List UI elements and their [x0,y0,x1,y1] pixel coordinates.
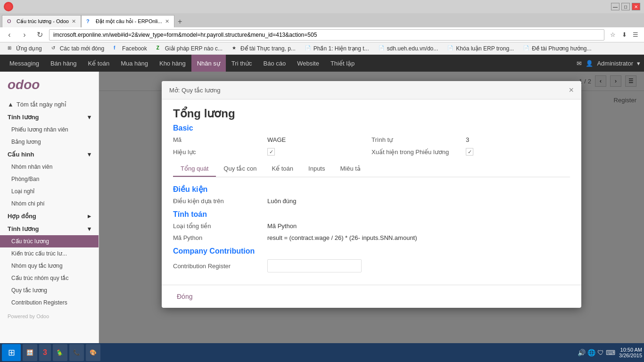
bookmark-tabs[interactable]: ↺ Các tab mới đóng [48,44,108,53]
close-button[interactable]: ✕ [632,3,640,10]
contribution-register-input[interactable] [267,259,362,272]
ma-python-value: result = (contract.wage / 26) * (26- inp… [267,234,417,241]
form-row-dieu-kien: Điều kiện dựa trên Luôn đúng [173,197,570,205]
modal-footer: Đóng [162,285,581,308]
taskbar-app-4[interactable]: 🎨 [86,344,100,361]
nav-website[interactable]: Website [291,55,325,72]
nav-messaging[interactable]: Messaging [4,55,45,72]
hieu-luc-label: Hiệu lực [173,148,267,156]
sidebar-item-loai-nghi[interactable]: Loại nghỉ [0,185,99,197]
nav-mua-hang[interactable]: Mua hàng [115,55,154,72]
taskbar-icon-4: 🎨 [90,349,97,356]
dk-dua-tren-label: Điều kiện dựa trên [173,197,267,205]
tab-tong-quat[interactable]: Tổng quát [173,161,216,177]
tab-close-2[interactable]: ✕ [165,18,169,25]
sidebar-item-phieu-luong[interactable]: Phiếu lương nhân viên [0,123,99,136]
clock-time: 10:50 AM [620,347,642,353]
browser-tab-2[interactable]: ? Đặt một câu hỏi - ERPOnli... ✕ [81,15,174,27]
sidebar-item-nhom-nv[interactable]: Nhóm nhân viên [0,161,99,173]
sidebar-item-nhom-chi-phi[interactable]: Nhóm chi phí [0,197,99,210]
khoaluan-favicon: 📄 [447,45,454,52]
tab-inputs[interactable]: Inputs [301,161,332,177]
sidebar-item-contribution-registers[interactable]: Contribution Registers [0,296,99,309]
forward-button[interactable]: › [19,29,30,41]
sidebar-section-tinh-luong2-header[interactable]: Tính lương ▾ [0,222,99,235]
nav-nhan-su[interactable]: Nhân sự [191,55,226,72]
systray-icon-3: ⌨ [606,349,615,356]
new-tab-button[interactable]: + [174,16,186,27]
taskbar-icon-2: 🦜 [57,349,64,356]
taskbar-app-3[interactable]: 📞 [69,344,84,361]
bookmark-sdh[interactable]: 📄 sdh.ueh.edu.vn/do... [375,44,442,53]
bookmark-label: Để tài Thực trang, p... [240,45,296,52]
bookmark-detai[interactable]: ★ Để tài Thực trang, p... [228,44,299,53]
tab-favicon-1: O [7,18,14,25]
tab-favicon-2: ? [86,18,93,25]
download-icon[interactable]: ⬇ [619,30,629,40]
nav-tri-thuc[interactable]: Tri thức [226,55,258,72]
tab-quy-tac-con[interactable]: Quy tắc con [216,161,264,177]
clock-date: 3/26/2015 [619,353,642,358]
bookmark-erp1[interactable]: Z Giải pháp ERP nào c... [153,44,226,53]
message-icon: ✉ [577,60,582,67]
sidebar-item-bang-luong[interactable]: Bảng lương [0,136,99,148]
sidebar-section-hop-dong-header[interactable]: Hợp đồng ▸ [0,210,99,222]
bookmark-label: Khóa luận ERP trong... [456,45,514,52]
section-toggle-icon2: ▾ [88,151,91,158]
systray-icon-2: 🛡 [597,349,604,356]
form-row-ma-python: Mã Python result = (contract.wage / 26) … [173,234,570,241]
collapse-icon: ▲ [8,101,14,108]
sidebar-item-quy-tac-luong[interactable]: Quy tắc lương [0,284,99,296]
sidebar-item-kien-truc[interactable]: Kiến trúc cấu trúc lư... [0,247,99,260]
modal-close-button[interactable]: × [569,86,574,94]
bookmark-label: Đề tài Phương hướng... [532,45,591,52]
menu-icon[interactable]: ☰ [631,30,640,40]
odoo-logo: odoo [8,77,40,92]
admin-label: Administrator [597,60,633,67]
sidebar-item-nhom-quy-tac[interactable]: Nhóm quy tắc lương [0,260,99,272]
sidebar-item-cau-truc-nhom[interactable]: Cấu trúc nhóm quy tắc [0,272,99,284]
sidebar-item-phong-ban[interactable]: Phòng/Ban [0,173,99,185]
sidebar-section-cau-hinh-header[interactable]: Cấu hình ▾ [0,148,99,161]
bookmark-khoa-luan[interactable]: 📄 Khóa luận ERP trong... [444,44,518,53]
tab-mieu-ta[interactable]: Miêu tả [332,161,368,177]
nav-ban-hang[interactable]: Bán hàng [45,55,83,72]
modal-dong-button[interactable]: Đóng [173,291,196,302]
admin-dropdown-icon[interactable]: ▾ [637,60,640,67]
taskbar-app-1[interactable]: 3 [39,344,51,361]
sidebar-section-tinh-luong-header[interactable]: Tính lương ▾ [0,111,99,123]
facebook-favicon: f [114,45,120,52]
nav-bao-cao[interactable]: Báo cáo [257,55,291,72]
sdh-favicon: 📄 [379,45,385,52]
maximize-button[interactable]: □ [621,3,630,10]
tab-close-1[interactable]: ✕ [72,18,76,25]
bookmark-apps[interactable]: ⊞ Ứng dụng [4,44,46,53]
bookmark-star-icon[interactable]: ☆ [608,30,618,40]
xuat-hien-checkbox[interactable] [466,148,473,156]
bookmark-detai2[interactable]: 📄 Đề tài Phương hướng... [520,44,595,53]
bookmark-label: sdh.ueh.edu.vn/do... [387,45,438,52]
modal: Mở: Quy tắc lương × Tổng lương Basic Mã … [162,81,581,308]
minimize-button[interactable]: — [611,3,619,10]
hieu-luc-checkbox[interactable] [267,148,275,156]
nav-ke-toan[interactable]: Kế toán [83,55,116,72]
browser-tab-1[interactable]: O Cấu trúc lương - Odoo ✕ [2,15,81,27]
bookmark-phan1[interactable]: 📄 Phần 1: Hiện trạng t... [301,44,373,53]
systray-icon-0: 🔊 [578,349,586,356]
bookmark-facebook[interactable]: f Facebook [110,44,151,53]
nav-thiet-lap[interactable]: Thiết lập [325,55,360,72]
bookmark-label: Facebook [122,45,147,52]
refresh-button[interactable]: ↻ [34,29,45,41]
systray-icon-1: 🌐 [587,349,595,356]
nav-kho-hang[interactable]: Kho hàng [154,55,191,72]
taskbar-app-0[interactable]: 🪟 [23,344,37,361]
sidebar-item-collapse[interactable]: ▲ Tóm tắt ngày nghỉ [0,98,99,111]
back-button[interactable]: ‹ [4,29,15,41]
taskbar-app-2[interactable]: 🦜 [53,344,67,361]
basic-subtitle: Basic [173,124,570,132]
contribution-register-label: Contribution Register [173,263,267,270]
sidebar-item-cau-truc-luong[interactable]: Cấu trúc lương [0,235,99,247]
tab-ke-toan[interactable]: Kế toán [264,161,301,177]
url-input[interactable] [49,29,604,41]
start-button[interactable]: ⊞ [2,344,21,361]
